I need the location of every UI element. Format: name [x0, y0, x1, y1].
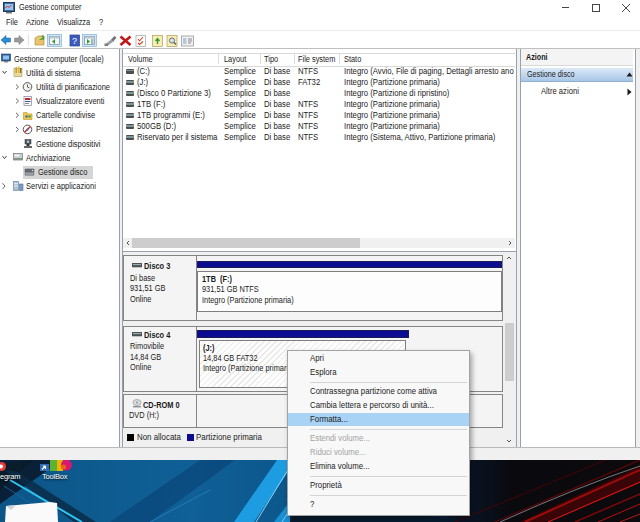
svg-text:?: ? — [72, 36, 77, 46]
